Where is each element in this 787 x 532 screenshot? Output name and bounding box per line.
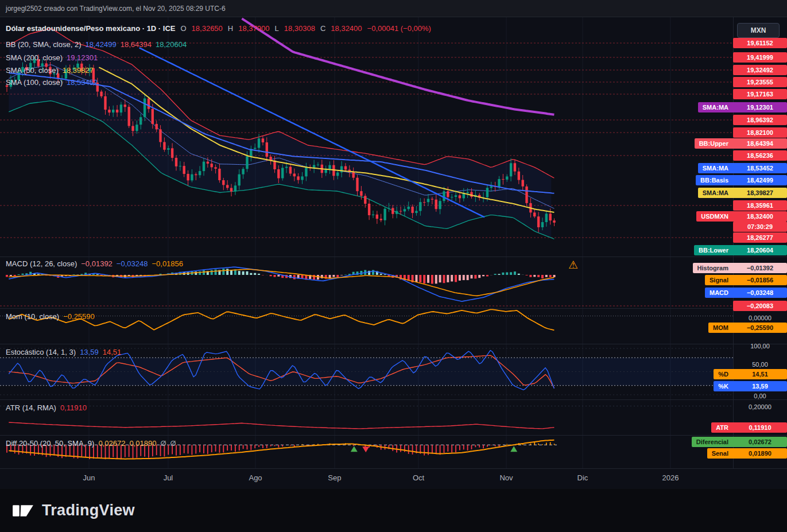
time-axis-label-ago: Ago: [249, 473, 262, 482]
attribution-bar: jorgegl2502 creado con TradingView.com, …: [0, 0, 787, 17]
axis-value-label: 0,20000: [733, 402, 787, 412]
ohlc-token: 18,37900: [238, 24, 269, 33]
badge-value: 18,82100: [733, 127, 787, 138]
badge-value: 18,56236: [733, 150, 787, 161]
legend-mom[interactable]: Mom (10, close)−0,25590: [6, 312, 95, 321]
legend-sma200[interactable]: SMA (200, close)19,12301: [6, 53, 98, 62]
axis-price-badge: 19,23555: [733, 77, 787, 87]
time-axis-label-jun: Jun: [83, 473, 95, 482]
ohlc-token: H: [228, 24, 233, 33]
axis-badge-bb-basis: BB:Basis18,42499: [696, 175, 787, 185]
axis-value-label: 100,00: [733, 341, 787, 351]
badge-value: 18,35961: [733, 200, 787, 211]
buy-marker-icon[interactable]: [351, 446, 358, 452]
badge-value: 07:30:29: [733, 222, 787, 232]
axis-price-badge: 19,41999: [733, 52, 787, 63]
pane-separator[interactable]: [0, 344, 787, 344]
legend-diff-20-50-value: 0,02672: [98, 439, 125, 448]
legend-diff-20-50[interactable]: Diff 20-50 (20, 50, SMA, 9)0,026720,0189…: [6, 439, 176, 448]
pane-atr-canvas[interactable]: [0, 399, 733, 435]
sell-marker-icon[interactable]: [362, 446, 369, 452]
tradingview-wordmark[interactable]: TradingView: [42, 502, 135, 519]
badge-value: −0,25590: [733, 323, 787, 333]
axis-badge-sma-ma: SMA:MA18,39827: [698, 188, 787, 198]
axis-price-badge: −0,20083: [733, 301, 787, 311]
badge-value: 18,32400: [733, 211, 787, 222]
legend-sma50-title: SMA (50, close): [6, 66, 59, 75]
badge-label: USDMXN: [696, 211, 733, 222]
axis-badge--k: %K13,59: [714, 381, 787, 391]
axis-price-badge: 18,82100: [733, 127, 787, 138]
badge-value: 18,96392: [733, 115, 787, 125]
legend-atr-title: ATR (14, RMA): [6, 403, 56, 412]
axis-price-badge: 19,61152: [733, 38, 787, 48]
pane-separator[interactable]: [0, 257, 787, 257]
legend-macd-value: −0,03248: [117, 259, 148, 268]
legend-sma200-title: SMA (200, close): [6, 53, 63, 62]
legend-symbol[interactable]: Dólar estadounidense/Peso mexicano · 1D …: [6, 24, 431, 33]
legend-sma100-value: 18,53452: [67, 78, 98, 87]
axis-badge--d: %D14,51: [714, 369, 787, 379]
time-axis-label-nov: Nov: [499, 473, 513, 482]
currency-toggle-button[interactable]: MXN: [737, 23, 780, 38]
ohlc-token: L: [274, 24, 278, 33]
buy-marker-icon[interactable]: [510, 446, 517, 452]
badge-value: 18,64394: [733, 138, 787, 149]
axis-price-badge: 18,26277: [733, 232, 787, 243]
badge-label: %D: [714, 369, 733, 379]
badge-value: −0,03248: [733, 288, 787, 298]
axis-price-badge: 19,17163: [733, 89, 787, 99]
legend-bb-value: 18,20604: [156, 40, 187, 49]
legend-sma50[interactable]: SMA (50, close)18,39827: [6, 66, 94, 75]
legend-stochastic-value: 13,59: [80, 348, 99, 356]
badge-value: 18,39827: [733, 188, 787, 198]
axis-badge-bb-lower: BB:Lower18,20604: [694, 245, 787, 255]
axis-price-badge: 19,32492: [733, 65, 787, 75]
badge-label: SMA:MA: [698, 102, 733, 112]
legend-bb-title: BB (20, SMA, close, 2): [6, 40, 82, 49]
legend-diff-20-50-value: Ø: [160, 439, 166, 448]
legend-diff-20-50-title: Diff 20-50 (20, 50, SMA, 9): [6, 439, 94, 448]
pane-mom-canvas[interactable]: [0, 308, 733, 344]
badge-value: −0,01856: [733, 275, 787, 285]
time-axis-label-sep: Sep: [328, 473, 341, 482]
axis-price-badge: 18,56236: [733, 150, 787, 161]
tradingview-logo[interactable]: [11, 501, 34, 521]
badge-value: 18,20604: [733, 245, 787, 255]
legend-atr[interactable]: ATR (14, RMA)0,11910: [6, 403, 87, 412]
axis-badge-histogram: Histogram−0,01392: [693, 263, 787, 273]
badge-label: %K: [714, 381, 733, 391]
badge-value: 19,23555: [733, 77, 787, 87]
pane-separator[interactable]: [0, 435, 787, 436]
badge-label: SMA:MA: [698, 163, 733, 173]
warning-icon[interactable]: ⚠: [568, 258, 578, 271]
pane-separator[interactable]: [0, 399, 787, 400]
axis-badge-mom: MOM−0,25590: [708, 323, 787, 333]
time-axis-label-jul: Jul: [164, 473, 173, 482]
axis-value-label: 0,00000: [733, 313, 787, 323]
badge-value: 19,41999: [733, 52, 787, 63]
legend-mom-value: −0,25590: [63, 312, 95, 321]
pane-separator[interactable]: [0, 308, 787, 309]
time-axis[interactable]: JunJulAgoSepOctNovDic2026: [0, 468, 787, 489]
legend-macd[interactable]: MACD (12, 26, close)−0,01392−0,03248−0,0…: [6, 259, 183, 268]
legend-diff-20-50-value: 0,01890: [129, 439, 156, 448]
legend-sma100[interactable]: SMA (100, close)18,53452: [6, 78, 98, 87]
axis-value-label: 0,00: [733, 391, 787, 401]
axis-badge-atr: ATR0,11910: [711, 422, 787, 433]
ohlc-token: O: [180, 24, 186, 33]
legend-stochastic[interactable]: Estocástico (14, 1, 3)13,5914,51: [6, 348, 121, 356]
badge-value: 18,26277: [733, 232, 787, 243]
badge-value: 0,01890: [733, 448, 787, 459]
legend-bb[interactable]: BB (20, SMA, close, 2)18,4249918,6439418…: [6, 40, 187, 49]
ohlc-token: C: [320, 24, 325, 33]
badge-value: 0,11910: [733, 422, 787, 433]
axis-price-badge: 07:30:29: [733, 222, 787, 232]
legend-macd-title: MACD (12, 26, close): [6, 259, 77, 268]
legend-bb-value: 18,64394: [121, 40, 152, 49]
pane-main-canvas[interactable]: [0, 17, 733, 257]
legend-sma200-value: 19,12301: [67, 53, 98, 62]
chart-area[interactable]: Dólar estadounidense/Peso mexicano · 1D …: [0, 17, 787, 489]
axis-badge-diferencial: Diferencial0,02672: [692, 437, 787, 447]
legend-atr-value: 0,11910: [60, 403, 87, 412]
